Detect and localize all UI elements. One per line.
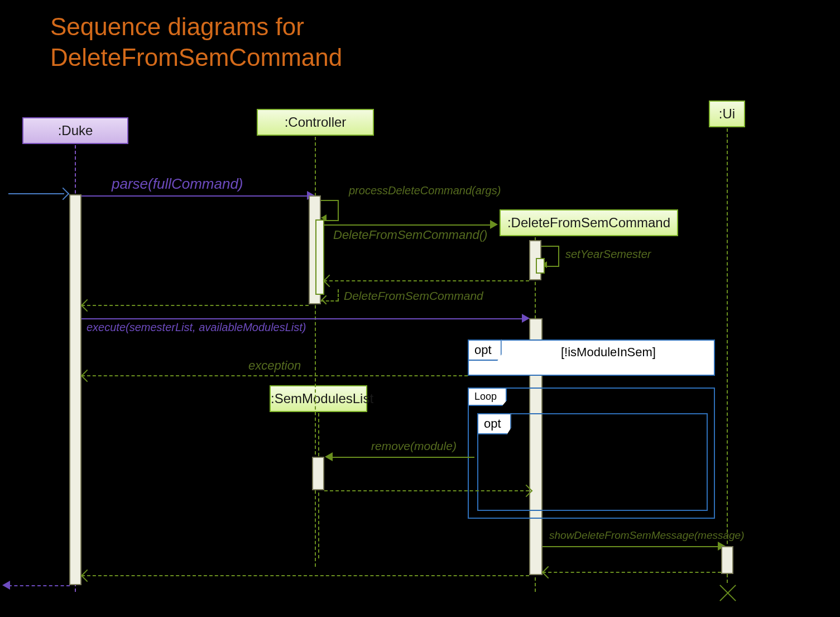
msg-showdelete-label: showDeleteFromSemMessage(message) xyxy=(549,529,745,542)
msg-setyearsem-label: setYearSemester xyxy=(565,248,651,261)
lifeline-duke-label: :Duke xyxy=(58,123,93,138)
msg-exception-arrow xyxy=(81,370,94,382)
msg-parse-label: parse(fullCommand) xyxy=(112,175,243,193)
msg-parse-line xyxy=(81,195,308,197)
msg-final-return-arrow xyxy=(81,570,94,582)
msg-ui-return-line xyxy=(543,572,721,573)
activation-controller-nested xyxy=(315,219,324,295)
fragment-loop-guard: [till end of selectedModulesList] xyxy=(561,391,700,403)
msg-newcmd-line xyxy=(324,224,491,226)
found-message-line xyxy=(8,193,64,194)
msg-showdelete-line xyxy=(543,546,719,547)
msg-execute-arrow xyxy=(522,314,530,323)
activation-duke xyxy=(69,194,81,585)
lifeline-controller-label: :Controller xyxy=(285,114,347,130)
msg-remove-arrow xyxy=(325,452,333,461)
fragment-opt2-guard: [sem == indicated sem] xyxy=(565,418,692,432)
found-message-arrow xyxy=(57,188,70,200)
msg-remove-line xyxy=(332,457,474,458)
msg-processdelete-label: processDeleteCommand(args) xyxy=(349,184,501,197)
msg-outgoing-line xyxy=(8,585,70,586)
msg-outgoing-arrow xyxy=(2,581,10,590)
msg-return-to-duke-line xyxy=(81,305,309,306)
msg-returncmd1-arrow xyxy=(323,275,336,288)
fragment-loop-label: Loop xyxy=(468,388,507,406)
lifeline-ui: :Ui xyxy=(709,101,745,127)
msg-execute-label: execute(semesterList, availableModulesLi… xyxy=(87,321,306,334)
lifeline-duke: :Duke xyxy=(22,117,128,144)
lifeline-deletecmd: :DeleteFromSemCommand xyxy=(500,209,678,236)
lifeline-line-ui xyxy=(727,128,728,583)
activation-semmodules xyxy=(312,457,324,490)
title-line-2: DeleteFromSemCommand xyxy=(50,44,342,71)
lifeline-controller: :Controller xyxy=(257,109,374,136)
lifeline-deletecmd-label: :DeleteFromSemCommand xyxy=(507,215,670,230)
msg-returncmd-label: DeleteFromSemCommand xyxy=(344,289,483,303)
fragment-opt1-guard: [!isModuleInSem] xyxy=(561,345,656,360)
msg-exception-label: exception xyxy=(248,358,301,373)
fragment-opt1-label: opt xyxy=(468,339,502,361)
diagram-title: Sequence diagrams for DeleteFromSemComma… xyxy=(50,11,342,73)
msg-returncmd1-line xyxy=(324,280,529,281)
msg-execute-line xyxy=(81,318,522,319)
activation-ui xyxy=(721,546,733,574)
activation-setyearsem xyxy=(536,258,545,274)
lifeline-semmodules-label: :SemModulesList xyxy=(271,391,373,406)
msg-newcmd-label: DeleteFromSemCommand() xyxy=(333,228,487,242)
msg-final-return-line xyxy=(81,575,529,576)
msg-exception-line xyxy=(81,375,468,376)
msg-newcmd-arrow xyxy=(490,220,498,229)
lifeline-semmodules: :SemModulesList xyxy=(270,385,367,412)
msg-return-to-duke-arrow xyxy=(81,299,94,312)
msg-remove-label: remove(module) xyxy=(371,439,457,453)
fragment-opt2-label: opt xyxy=(477,413,511,434)
title-line-1: Sequence diagrams for xyxy=(50,13,304,40)
lifeline-ui-label: :Ui xyxy=(719,106,735,121)
msg-remove-return-line xyxy=(324,490,529,491)
msg-ui-return-arrow xyxy=(542,566,555,579)
destroy-ui xyxy=(716,582,738,604)
